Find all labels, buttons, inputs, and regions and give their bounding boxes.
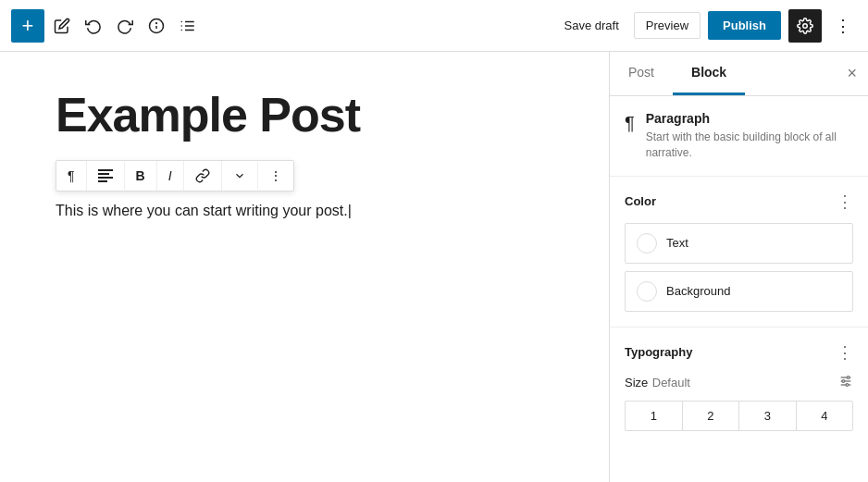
color-option-text-label: Text [666, 236, 688, 250]
save-draft-button[interactable]: Save draft [557, 13, 626, 38]
block-info-text: Paragraph Start with the basic building … [646, 111, 853, 161]
color-circle-background [637, 281, 657, 302]
sidebar: Post Block × ¶ Paragraph Start with the … [609, 52, 868, 482]
edit-icon [54, 18, 70, 34]
block-toolbar: ¶ B I [56, 160, 294, 192]
block-info: ¶ Paragraph Start with the basic buildin… [625, 111, 853, 161]
color-option-background-label: Background [666, 284, 730, 298]
publish-button[interactable]: Publish [708, 11, 781, 40]
editor-area[interactable]: Example Post ¶ B I [0, 52, 609, 482]
svg-rect-11 [98, 173, 109, 175]
color-section-title: Color [625, 194, 656, 208]
info-button[interactable] [143, 12, 170, 40]
redo-button[interactable] [111, 12, 139, 40]
add-block-button[interactable]: + [11, 9, 44, 43]
size-row: Size Default [625, 374, 853, 391]
svg-point-18 [842, 379, 845, 382]
toolbar-left: + [11, 9, 202, 43]
tab-post[interactable]: Post [610, 52, 673, 95]
color-section-more-button[interactable]: ⋮ [837, 192, 853, 212]
typography-section-more-button[interactable]: ⋮ [837, 342, 853, 363]
size-preset-4[interactable]: 4 [797, 402, 853, 430]
settings-button[interactable] [788, 9, 822, 43]
size-preset-1[interactable]: 1 [626, 402, 683, 430]
svg-rect-10 [98, 169, 113, 171]
svg-point-19 [846, 383, 849, 386]
redo-icon [117, 18, 133, 34]
color-options: Text Background [625, 223, 853, 312]
block-more-button[interactable]: ⋮ [258, 161, 293, 191]
link-tool-button[interactable] [184, 161, 222, 191]
color-option-text[interactable]: Text [625, 223, 853, 264]
svg-point-17 [847, 376, 849, 378]
undo-icon [85, 18, 102, 34]
paragraph-block-icon: ¶ [625, 113, 635, 134]
svg-rect-13 [98, 180, 107, 182]
size-label: Size [625, 376, 648, 389]
top-toolbar: + [0, 0, 868, 52]
size-default-value: Default [652, 376, 690, 389]
align-tool-button[interactable] [87, 162, 125, 190]
size-preset-2[interactable]: 2 [683, 402, 740, 430]
chevron-down-icon [233, 169, 246, 182]
sliders-icon [838, 374, 853, 389]
svg-point-9 [803, 23, 808, 28]
color-circle-text [637, 233, 657, 253]
block-wrapper: ¶ B I [56, 160, 553, 227]
toolbar-right: Save draft Preview Publish ⋮ [557, 9, 857, 43]
typography-section-header: Typography ⋮ [625, 342, 853, 363]
block-info-section: ¶ Paragraph Start with the basic buildin… [610, 96, 868, 177]
paragraph-tool-button[interactable]: ¶ [56, 161, 87, 191]
preview-button[interactable]: Preview [634, 12, 701, 39]
svg-rect-12 [98, 177, 113, 179]
color-option-background[interactable]: Background [625, 271, 853, 312]
more-options-button[interactable]: ⋮ [829, 10, 857, 42]
block-info-title: Paragraph [646, 111, 853, 126]
sidebar-tabs: Post Block × [610, 52, 868, 96]
size-presets: 1 2 3 4 [625, 401, 853, 431]
italic-tool-button[interactable]: I [157, 161, 184, 191]
typography-section-title: Typography [625, 345, 692, 359]
color-section: Color ⋮ Text Background [610, 177, 868, 328]
block-info-description: Start with the basic building block of a… [646, 130, 853, 161]
main-area: Example Post ¶ B I [0, 52, 868, 482]
color-section-header: Color ⋮ [625, 192, 853, 212]
post-title: Example Post [56, 89, 553, 142]
edit-icon-button[interactable] [48, 12, 76, 40]
undo-button[interactable] [80, 12, 107, 40]
size-preset-3[interactable]: 3 [739, 402, 797, 430]
list-view-button[interactable] [174, 12, 202, 40]
list-view-icon [180, 18, 196, 34]
size-controls-button[interactable] [838, 374, 853, 391]
size-label-group: Size Default [625, 374, 690, 390]
typography-section: Typography ⋮ Size Default [610, 328, 868, 446]
tab-block[interactable]: Block [673, 52, 745, 95]
bold-tool-button[interactable]: B [125, 161, 157, 191]
align-icon [98, 169, 113, 182]
sidebar-close-button[interactable]: × [843, 60, 861, 87]
link-icon [195, 168, 210, 183]
block-content[interactable]: This is where you can start writing your… [56, 195, 553, 227]
more-options-tool-button[interactable] [222, 162, 258, 190]
info-icon [148, 18, 165, 34]
gear-icon [797, 18, 813, 34]
